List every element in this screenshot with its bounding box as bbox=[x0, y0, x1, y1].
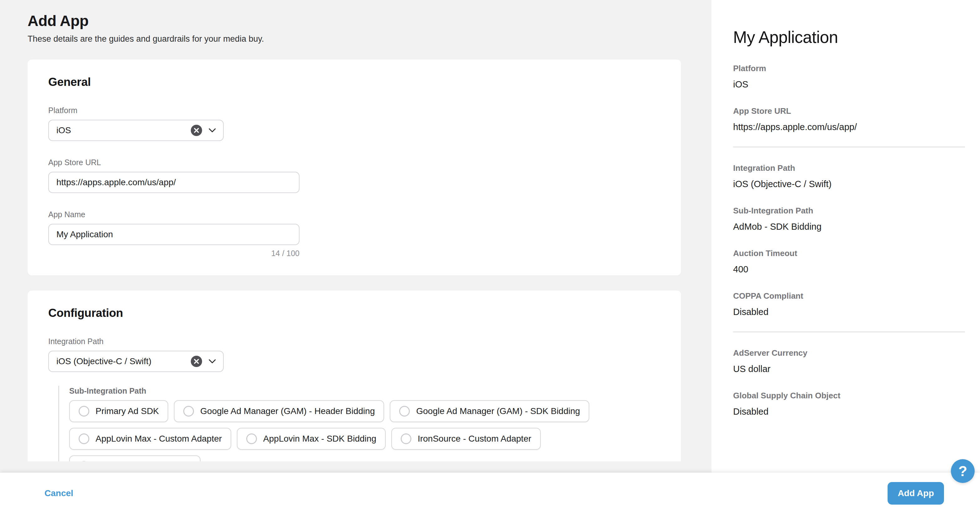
summary-integration-path: Integration Path iOS (Objective-C / Swif… bbox=[733, 163, 965, 190]
summary-auction-timeout: Auction Timeout 400 bbox=[733, 248, 965, 275]
integration-path-select-value: iOS (Objective-C / Swift) bbox=[56, 356, 191, 366]
sub-integration-path-group: Sub-Integration Path Primary Ad SDK Goog… bbox=[58, 386, 660, 461]
integration-path-label: Integration Path bbox=[48, 336, 660, 346]
chevron-down-icon bbox=[208, 359, 216, 364]
platform-select[interactable]: iOS bbox=[48, 120, 224, 141]
summary-sidebar: My Application Platform iOS App Store UR… bbox=[711, 0, 980, 514]
integration-path-clear-icon[interactable] bbox=[191, 356, 202, 367]
page-title: Add App bbox=[27, 12, 711, 30]
sub-integration-path-label: Sub-Integration Path bbox=[69, 386, 660, 396]
integration-path-select[interactable]: iOS (Objective-C / Swift) bbox=[48, 351, 224, 372]
configuration-heading: Configuration bbox=[48, 306, 660, 320]
general-card: General Platform iOS App Store URL App N… bbox=[27, 60, 681, 275]
summary-platform: Platform iOS bbox=[733, 63, 965, 90]
summary-sub-integration-path: Sub-Integration Path AdMob - SDK Bidding bbox=[733, 205, 965, 232]
radio-unchecked-icon[interactable] bbox=[183, 406, 194, 417]
footer-action-bar: Cancel Add App bbox=[0, 473, 980, 514]
main-content-area: Add App These details are the guides and… bbox=[0, 0, 711, 461]
radio-option-ironsource-custom-adapter[interactable]: IronSource - Custom Adapter bbox=[391, 428, 541, 450]
summary-app-title: My Application bbox=[733, 27, 965, 48]
configuration-card: Configuration Integration Path iOS (Obje… bbox=[27, 291, 681, 461]
platform-label: Platform bbox=[48, 105, 660, 115]
platform-clear-icon[interactable] bbox=[191, 125, 202, 136]
radio-unchecked-icon[interactable] bbox=[401, 433, 411, 444]
radio-unchecked-icon[interactable] bbox=[399, 406, 410, 417]
add-app-button[interactable]: Add App bbox=[888, 482, 944, 504]
radio-option-applovin-sdk-bidding[interactable]: AppLovin Max - SDK Bidding bbox=[237, 428, 386, 450]
app-name-char-counter: 14 / 100 bbox=[48, 249, 299, 258]
page-subtitle: These details are the guides and guardra… bbox=[27, 33, 711, 45]
platform-select-value: iOS bbox=[56, 126, 191, 135]
radio-unchecked-icon[interactable] bbox=[246, 433, 257, 444]
app-store-url-label: App Store URL bbox=[48, 158, 660, 167]
chevron-down-icon bbox=[208, 128, 216, 133]
general-heading: General bbox=[48, 75, 660, 89]
help-button[interactable]: ? bbox=[951, 459, 975, 483]
radio-option-primary-ad-sdk[interactable]: Primary Ad SDK bbox=[69, 400, 168, 422]
summary-divider bbox=[733, 147, 965, 147]
app-store-url-input[interactable] bbox=[48, 172, 299, 193]
sub-integration-path-options: Primary Ad SDK Google Ad Manager (GAM) -… bbox=[69, 400, 648, 461]
summary-app-store-url: App Store URL https://apps.apple.com/us/… bbox=[733, 106, 965, 133]
radio-unchecked-icon[interactable] bbox=[79, 406, 89, 417]
radio-option-levelplay-sdk-bidding[interactable]: LevelPlay - SDK Bidding bbox=[69, 455, 200, 461]
app-name-input[interactable] bbox=[48, 224, 299, 245]
summary-global-supply-chain-object: Global Supply Chain Object Disabled bbox=[733, 390, 965, 417]
radio-unchecked-icon[interactable] bbox=[79, 461, 89, 461]
radio-option-applovin-custom-adapter[interactable]: AppLovin Max - Custom Adapter bbox=[69, 428, 231, 450]
app-name-label: App Name bbox=[48, 209, 660, 220]
radio-option-gam-header-bidding[interactable]: Google Ad Manager (GAM) - Header Bidding bbox=[174, 400, 384, 422]
summary-divider bbox=[733, 332, 965, 332]
question-mark-icon: ? bbox=[958, 463, 967, 479]
radio-unchecked-icon[interactable] bbox=[79, 433, 89, 444]
cancel-button[interactable]: Cancel bbox=[45, 488, 73, 498]
summary-coppa-compliant: COPPA Compliant Disabled bbox=[733, 291, 965, 318]
summary-adserver-currency: AdServer Currency US dollar bbox=[733, 348, 965, 375]
radio-option-gam-sdk-bidding[interactable]: Google Ad Manager (GAM) - SDK Bidding bbox=[390, 400, 589, 422]
